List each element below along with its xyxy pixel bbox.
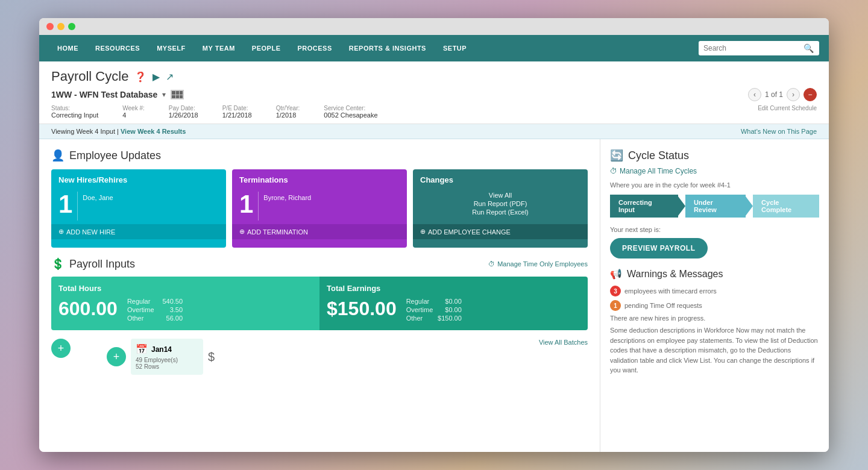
pay-date-meta: Pay Date: 1/26/2018 bbox=[169, 105, 198, 119]
search-input[interactable] bbox=[703, 44, 800, 52]
new-hires-name: Doe, Jane bbox=[83, 192, 113, 201]
changes-body: View All Run Report (PDF) Run Report (Ex… bbox=[413, 188, 588, 224]
step-cycle-complete: Cycle Complete bbox=[753, 195, 819, 218]
add-change-icon: ⊕ bbox=[420, 228, 426, 236]
search-icon: 🔍 bbox=[804, 43, 814, 53]
cycle-steps: Correcting Input Under Review Cycle Comp… bbox=[610, 195, 819, 218]
nav-resources[interactable]: RESOURCES bbox=[87, 35, 148, 61]
left-panel: 👤 Employee Updates New Hires/Rehires 1 D… bbox=[39, 139, 600, 452]
add-term-icon: ⊕ bbox=[239, 228, 245, 236]
cycle-icon: 🔄 bbox=[610, 149, 623, 162]
payroll-header-row: 💲 Payroll Inputs ⏱ Manage Time Only Empl… bbox=[51, 257, 588, 271]
dropdown-icon[interactable]: ▾ bbox=[162, 90, 166, 99]
nav-people[interactable]: PEOPLE bbox=[244, 35, 289, 61]
run-report-excel-link[interactable]: Run Report (Excel) bbox=[472, 208, 529, 216]
hours-overtime-value: 3.50 bbox=[170, 306, 183, 313]
view-all-link[interactable]: View All bbox=[472, 192, 529, 199]
pagination: ‹ 1 of 1 › − bbox=[748, 88, 817, 101]
add-termination-btn[interactable]: ⊕ ADD TERMINATION bbox=[232, 224, 407, 239]
status-label: Status: bbox=[51, 105, 98, 111]
edit-schedule-link[interactable]: Edit Current Schedule bbox=[758, 105, 817, 119]
nav-home[interactable]: HOME bbox=[49, 35, 87, 61]
manage-all-cycles-link[interactable]: ⏱ Manage All Time Cycles bbox=[610, 167, 819, 175]
earnings-regular-value: $0.00 bbox=[445, 298, 462, 305]
viewing-text: Viewing Week 4 Input | bbox=[51, 128, 121, 135]
total-hours-card: Total Hours 600.00 Regular 540.50 O bbox=[51, 277, 319, 330]
week-meta: Week #: 4 bbox=[122, 105, 145, 119]
earnings-regular-label: Regular bbox=[406, 298, 430, 305]
earnings-overtime-row: Overtime $0.00 bbox=[406, 306, 462, 313]
search-container: 🔍 bbox=[699, 41, 819, 55]
add-new-hire-btn[interactable]: ⊕ ADD NEW HIRE bbox=[51, 224, 226, 239]
earnings-other-value: $150.00 bbox=[438, 315, 462, 322]
manage-all-label: Manage All Time Cycles bbox=[620, 167, 697, 175]
pe-date-label: P/E Date: bbox=[222, 105, 252, 111]
view-results-link[interactable]: View Week 4 Results bbox=[121, 128, 186, 135]
hours-other-label: Other bbox=[127, 315, 144, 322]
close-btn[interactable] bbox=[46, 23, 54, 30]
employee-updates-title: Employee Updates bbox=[69, 149, 161, 162]
preview-payroll-btn[interactable]: PREVIEW PAYROLL bbox=[610, 238, 708, 258]
app-window: HOME RESOURCES MYSELF MY TEAM PEOPLE PRO… bbox=[39, 18, 829, 452]
prev-page-btn[interactable]: ‹ bbox=[748, 88, 761, 101]
maximize-btn[interactable] bbox=[68, 23, 75, 30]
card-divider-2 bbox=[258, 192, 259, 221]
cycle-status-section: 🔄 Cycle Status bbox=[610, 149, 819, 162]
hours-other-row: Other 56.00 bbox=[127, 315, 183, 322]
warning-text-1: employees with timecard errors bbox=[624, 287, 717, 295]
manage-time-icon: ⏱ bbox=[488, 260, 495, 268]
earnings-overtime-label: Overtime bbox=[406, 306, 433, 313]
qtr-label: Qtr/Year: bbox=[276, 105, 300, 111]
view-all-batches-link[interactable]: View All Batches bbox=[539, 339, 588, 346]
manage-time-only-link[interactable]: ⏱ Manage Time Only Employees bbox=[488, 260, 588, 268]
page-title: Payroll Cycle bbox=[51, 69, 128, 84]
batch-dollar-icon: $ bbox=[208, 350, 215, 364]
payroll-inputs-section: 💲 Payroll Inputs ⏱ Manage Time Only Empl… bbox=[51, 257, 588, 375]
warning-item-1: 3 employees with timecard errors bbox=[610, 286, 819, 296]
meta-row: Status: Correcting Input Week #: 4 Pay D… bbox=[51, 105, 817, 119]
grid-icon[interactable] bbox=[171, 90, 184, 99]
warning-desc: Some deduction descriptions in Workforce… bbox=[610, 325, 819, 375]
payroll-inputs-title-row: 💲 Payroll Inputs bbox=[51, 257, 135, 271]
add-change-label: ADD EMPLOYEE CHANGE bbox=[428, 228, 511, 236]
add-termination-label: ADD TERMINATION bbox=[247, 228, 308, 236]
minimize-btn[interactable] bbox=[57, 23, 64, 30]
nav-process[interactable]: PROCESS bbox=[289, 35, 340, 61]
manage-time-label: Manage Time Only Employees bbox=[497, 260, 588, 268]
qtr-meta: Qtr/Year: 1/2018 bbox=[276, 105, 300, 119]
terminations-body: 1 Byrone, Richard bbox=[232, 188, 407, 224]
nav-myself[interactable]: MYSELF bbox=[148, 35, 194, 61]
page-count: 1 of 1 bbox=[765, 90, 783, 99]
cycle-status-title-text: Cycle Status bbox=[628, 149, 689, 162]
minus-btn[interactable]: − bbox=[804, 88, 817, 101]
terminations-count: 1 bbox=[239, 192, 253, 217]
add-btn-2[interactable]: + bbox=[107, 347, 126, 366]
nav-my-team[interactable]: MY TEAM bbox=[194, 35, 244, 61]
add-employee-change-btn[interactable]: ⊕ ADD EMPLOYEE CHANGE bbox=[413, 224, 588, 239]
hours-other-value: 56.00 bbox=[166, 315, 183, 322]
right-panel: 🔄 Cycle Status ⏱ Manage All Time Cycles … bbox=[600, 139, 829, 452]
terminations-name: Byrone, Richard bbox=[263, 192, 311, 201]
nav-reports[interactable]: REPORTS & INSIGHTS bbox=[341, 35, 435, 61]
week-label: Week #: bbox=[122, 105, 145, 111]
expand-icon[interactable]: ↗ bbox=[166, 71, 174, 83]
employee-updates-section: 👤 Employee Updates bbox=[51, 149, 588, 162]
video-icon[interactable]: ▶ bbox=[153, 71, 160, 83]
card-divider bbox=[77, 192, 78, 221]
whats-new-link[interactable]: What's New on This Page bbox=[741, 128, 817, 135]
pe-date-value: 1/21/2018 bbox=[222, 111, 252, 119]
add-icon: ⊕ bbox=[58, 228, 64, 236]
batch-title: Jan14 bbox=[151, 345, 172, 354]
hours-table: Regular 540.50 Overtime 3.50 Other bbox=[127, 298, 183, 323]
next-page-btn[interactable]: › bbox=[787, 88, 800, 101]
batch-employees: 49 Employee(s) bbox=[136, 357, 198, 363]
earnings-other-row: Other $150.00 bbox=[406, 315, 462, 322]
payroll-inputs-title: Payroll Inputs bbox=[69, 258, 135, 271]
main-nav: HOME RESOURCES MYSELF MY TEAM PEOPLE PRO… bbox=[39, 35, 829, 61]
pe-date-meta: P/E Date: 1/21/2018 bbox=[222, 105, 252, 119]
batch-info: 📅 Jan14 49 Employee(s) 52 Rows bbox=[131, 339, 203, 375]
nav-setup[interactable]: SETUP bbox=[435, 35, 475, 61]
run-report-pdf-link[interactable]: Run Report (PDF) bbox=[472, 200, 529, 207]
help-icon[interactable]: ❓ bbox=[134, 71, 146, 83]
add-btn-1[interactable]: + bbox=[51, 339, 71, 358]
